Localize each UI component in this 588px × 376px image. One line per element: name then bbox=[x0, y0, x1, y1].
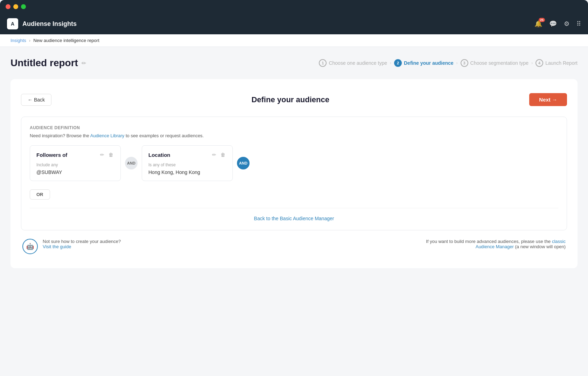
criteria-card-1-actions: ✏ 🗑 bbox=[99, 151, 114, 158]
step-sep-2: › bbox=[456, 61, 458, 65]
back-button[interactable]: ← Back bbox=[21, 94, 51, 106]
and-inner-badge: AND bbox=[125, 157, 138, 169]
close-button[interactable] bbox=[6, 4, 10, 9]
step-2-num: 2 bbox=[394, 59, 402, 67]
breadcrumb-home[interactable]: Insights bbox=[10, 38, 26, 43]
breadcrumb-separator: › bbox=[29, 38, 30, 43]
step-sep-3: › bbox=[531, 61, 533, 65]
settings-button[interactable]: ⚙ bbox=[564, 20, 569, 28]
and-outer-badge: AND bbox=[237, 157, 250, 169]
help-text-content: Not sure how to create your audience? bbox=[43, 239, 121, 244]
step-4-label: Launch Report bbox=[545, 60, 578, 66]
breadcrumb-current: New audience intelligence report bbox=[33, 38, 99, 43]
criteria-card-2-title: Location bbox=[148, 152, 170, 158]
visit-guide-link[interactable]: Visit the guide bbox=[43, 244, 71, 249]
delete-criteria-2-button[interactable]: 🗑 bbox=[220, 151, 226, 158]
minimize-button[interactable] bbox=[13, 4, 18, 9]
define-header: ← Back Define your audience Next → bbox=[21, 93, 567, 106]
help-avatar: 🤖 bbox=[22, 239, 38, 254]
maximize-button[interactable] bbox=[21, 4, 26, 9]
chat-button[interactable]: 💬 bbox=[549, 20, 557, 28]
page-header: Untitled report ✏ 1 Choose one audience … bbox=[10, 57, 578, 69]
audience-library-link[interactable]: Audience Library bbox=[90, 133, 125, 138]
brand-icon: A bbox=[7, 18, 18, 29]
edit-criteria-2-button[interactable]: ✏ bbox=[211, 151, 217, 158]
step-2-label: Define your audience bbox=[404, 60, 454, 66]
edit-criteria-1-button[interactable]: ✏ bbox=[99, 151, 105, 158]
main-content: Untitled report ✏ 1 Choose one audience … bbox=[0, 47, 588, 376]
audience-def-label: Audience definition bbox=[30, 125, 558, 130]
audience-def-inspiration: Need inspiration? Browse the Audience Li… bbox=[30, 133, 558, 138]
back-basic: Back to the Basic Audience Manager bbox=[30, 208, 558, 222]
brand-name: Audiense Insights bbox=[22, 20, 77, 28]
step-3: 3 Choose segmentation type bbox=[461, 59, 529, 67]
step-4-num: 4 bbox=[536, 59, 543, 67]
advanced-text2: (a new window will open) bbox=[515, 244, 566, 249]
step-3-num: 3 bbox=[461, 59, 468, 67]
step-3-label: Choose segmentation type bbox=[470, 60, 529, 66]
criteria-2-value: Hong Kong, Hong Kong bbox=[148, 169, 226, 175]
back-basic-link[interactable]: Back to the Basic Audience Manager bbox=[254, 216, 334, 221]
topnav: A Audiense Insights 🔔 25 💬 ⚙ ⠿ bbox=[0, 13, 588, 34]
step-1-num: 1 bbox=[319, 59, 327, 67]
step-sep-1: › bbox=[390, 61, 391, 65]
help-text: Not sure how to create your audience? Vi… bbox=[43, 239, 121, 249]
page-title-area: Untitled report ✏ bbox=[10, 57, 86, 69]
step-1: 1 Choose one audience type bbox=[319, 59, 387, 67]
step-2: 2 Define your audience bbox=[394, 59, 454, 67]
topnav-actions: 🔔 25 💬 ⚙ ⠿ bbox=[534, 20, 581, 28]
help-left: 🤖 Not sure how to create your audience? … bbox=[22, 239, 121, 254]
edit-title-icon[interactable]: ✏ bbox=[82, 60, 86, 67]
criteria-card-2-header: Location ✏ 🗑 bbox=[148, 151, 226, 158]
delete-criteria-1-button[interactable]: 🗑 bbox=[108, 151, 114, 158]
criteria-row: Followers of ✏ 🗑 Include any @SUBWAY AND bbox=[30, 145, 558, 181]
grid-menu-button[interactable]: ⠿ bbox=[576, 20, 581, 28]
window-titlebar bbox=[0, 0, 588, 13]
define-section: ← Back Define your audience Next → Audie… bbox=[10, 79, 578, 268]
step-4: 4 Launch Report bbox=[536, 59, 578, 67]
breadcrumb: Insights › New audience intelligence rep… bbox=[0, 34, 588, 47]
and-outer-connector: AND bbox=[233, 145, 254, 181]
criteria-2-label: Is any of these bbox=[148, 162, 226, 167]
footer-help: 🤖 Not sure how to create your audience? … bbox=[21, 239, 567, 254]
step-1-label: Choose one audience type bbox=[329, 60, 387, 66]
advanced-text1: If you want to build more advanced audie… bbox=[426, 239, 551, 244]
criteria-card-2-actions: ✏ 🗑 bbox=[211, 151, 226, 158]
page-title: Untitled report bbox=[10, 57, 78, 69]
stepper: 1 Choose one audience type › 2 Define yo… bbox=[319, 59, 578, 67]
help-right: If you want to build more advanced audie… bbox=[426, 239, 566, 249]
criteria-card-location: Location ✏ 🗑 Is any of these Hong Kong, … bbox=[142, 145, 233, 181]
next-button[interactable]: Next → bbox=[529, 93, 567, 106]
audience-def-box: Audience definition Need inspiration? Br… bbox=[21, 117, 567, 230]
brand: A Audiense Insights bbox=[7, 18, 77, 29]
define-audience-title: Define your audience bbox=[251, 95, 329, 104]
and-inner-connector: AND bbox=[121, 145, 142, 181]
inspiration-text: Need inspiration? Browse the bbox=[30, 133, 89, 138]
criteria-card-1-title: Followers of bbox=[36, 152, 67, 158]
inspiration-text2: to see examples or request audiences. bbox=[126, 133, 204, 138]
notification-badge: 25 bbox=[539, 18, 545, 22]
notification-button[interactable]: 🔔 25 bbox=[534, 20, 542, 28]
criteria-card-1-header: Followers of ✏ 🗑 bbox=[36, 151, 114, 158]
criteria-1-label: Include any bbox=[36, 162, 114, 167]
criteria-card-followers: Followers of ✏ 🗑 Include any @SUBWAY bbox=[30, 145, 121, 181]
or-button[interactable]: OR bbox=[30, 189, 50, 200]
criteria-1-value: @SUBWAY bbox=[36, 169, 114, 175]
